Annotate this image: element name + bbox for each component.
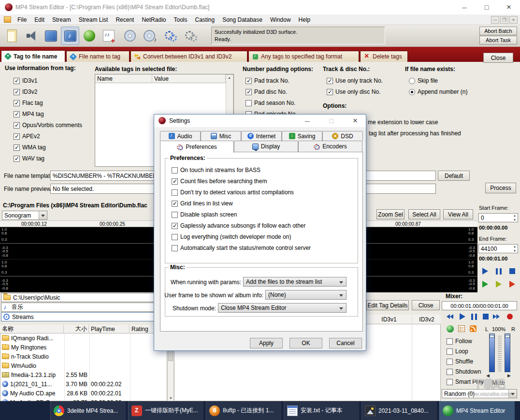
checkbox-log-everything[interactable]: Log everything (switch developer mode on… (172, 233, 291, 240)
column-header-name[interactable]: Name (95, 74, 152, 83)
checkbox-id3v2[interactable]: ID3v2 (14, 88, 37, 95)
checkbox-pad-disc[interactable]: Pad disc No. (246, 88, 287, 95)
menu-edit[interactable]: Edit (30, 14, 48, 25)
column-header-size[interactable]: 大小 (64, 325, 89, 333)
file-row[interactable]: My Audio CD.ape28.6 KB00:00:22.01 (0, 389, 166, 398)
balance-right-arrow[interactable]: ▶ (507, 373, 511, 378)
new-stream-icon[interactable] (3, 27, 21, 45)
zoom-sel-button[interactable]: Zoom Sel (376, 209, 404, 219)
process-button[interactable]: Process (485, 183, 516, 193)
browser-streams-row[interactable]: Streams ▲▼ (1, 312, 166, 321)
tab-encoders[interactable]: Encoders (298, 141, 362, 152)
cancel-button[interactable]: Cancel (329, 338, 362, 348)
checkbox-wav-tag[interactable]: WAV tag (14, 155, 44, 162)
menu-stream[interactable]: Stream (48, 14, 75, 25)
record-button[interactable] (505, 312, 515, 321)
checkbox-follow[interactable]: Follow (447, 338, 472, 345)
mixer-play-button[interactable] (457, 312, 468, 321)
checkbox-shutdown[interactable]: Shutdown (447, 368, 481, 375)
play-loop-button[interactable] (493, 279, 505, 289)
mixer-stop-button[interactable] (480, 312, 491, 321)
file-row[interactable]: n-Track Studio (0, 352, 166, 361)
dialog-maximize-button[interactable] (323, 114, 340, 128)
tab-saving[interactable]: Saving (282, 131, 322, 141)
taskbar-item-notepad[interactable]: 安装.txt - 记事本 (284, 401, 359, 420)
file-row[interactable]: My Ringtones (0, 343, 166, 352)
menu-window[interactable]: Window (266, 14, 295, 25)
tab-any-tags-to-format[interactable]: Any tags to specified tag format (248, 51, 359, 62)
column-header-id3v2[interactable]: ID3v2 (412, 316, 442, 323)
menu-casting[interactable]: Casting (191, 14, 218, 25)
tab-internet[interactable]: Internet (241, 131, 282, 141)
play-selection-button[interactable] (479, 279, 491, 289)
tab-dsd[interactable]: DSD (322, 131, 363, 141)
playlist-grid-button[interactable] (457, 324, 466, 333)
checkbox-detect-compilations[interactable]: Don't try to detect various artist compi… (172, 189, 294, 196)
checkbox-smart-play[interactable]: Smart Play (447, 378, 484, 385)
mdi-minimize-button[interactable]: — (491, 16, 499, 24)
taskbar-item-8uftp[interactable]: 8uftp - 已连接到 1... (206, 401, 281, 420)
checkbox-flac-tag[interactable]: Flac tag (14, 100, 43, 106)
menu-help[interactable]: Help (295, 14, 315, 25)
checkbox-auto-start-server[interactable]: Automatically start the status/remote co… (172, 245, 311, 251)
user-frame-combo[interactable]: (None) (265, 290, 347, 300)
menu-recent[interactable]: Recent (112, 14, 138, 25)
checkbox-disable-splash[interactable]: Disable splash screen (172, 211, 237, 218)
sonogram-combo[interactable]: Sonogram (2, 211, 47, 220)
tab-display[interactable]: Display (234, 141, 298, 152)
mixer-pause-button[interactable] (469, 312, 479, 321)
stop-button[interactable] (506, 266, 518, 276)
checkbox-gapless-advance[interactable]: Gaplessly advance subsongs if follow eac… (172, 222, 305, 229)
menu-netradio[interactable]: NetRadio (138, 14, 170, 25)
checkbox-on-touch-init[interactable]: On touch init streams for BASS (172, 167, 260, 174)
panel-close-button[interactable]: Close (483, 53, 513, 63)
tab-audio[interactable]: Audio (160, 131, 201, 141)
browser-path-row[interactable]: C:\Users\pc\Music (1, 293, 166, 302)
dialog-close-button[interactable] (347, 114, 364, 128)
window-minimize-button[interactable] (453, 0, 476, 14)
stream-list-icon[interactable] (42, 27, 60, 45)
radio-skip-file[interactable]: Skip file (409, 77, 438, 84)
speaker-icon[interactable] (22, 27, 41, 45)
cd-icon[interactable] (121, 27, 139, 45)
tag-editor-icon[interactable] (61, 27, 79, 45)
browser-music-row[interactable]: 音乐 ▼ (1, 303, 166, 312)
right-volume-slider[interactable] (505, 333, 510, 372)
checkbox-pad-track[interactable]: Pad track No. (246, 77, 289, 84)
apply-button[interactable]: Apply (250, 338, 283, 348)
random-combo[interactable]: Random (0) (442, 389, 517, 398)
menu-tools[interactable]: Tools (170, 14, 191, 25)
abort-batch-button[interactable]: Abort Batch (479, 27, 517, 35)
checkbox-loop[interactable]: Loop (447, 348, 468, 355)
casting-icon[interactable] (80, 27, 99, 45)
end-frame-spinner[interactable]: 44100 (478, 244, 518, 253)
params-combo[interactable]: Add the files to the stream list (243, 277, 347, 287)
tab-tag-to-file-name[interactable]: Tag to file name (1, 50, 65, 62)
checkbox-wma-tag[interactable]: WMA tag (14, 144, 46, 151)
file-row[interactable]: WmAudio (0, 361, 166, 370)
column-header-value[interactable]: Value (152, 74, 226, 83)
tab-file-name-to-tag[interactable]: File name to tag (66, 51, 130, 62)
mdi-restore-button[interactable]: ❐ (500, 16, 508, 24)
rss-button[interactable] (469, 324, 477, 333)
file-row[interactable]: fmedia-1.23.1.zip2.55 MB (0, 370, 166, 379)
column-header-name[interactable]: 名称 (0, 325, 64, 333)
menu-file[interactable]: File (14, 14, 30, 25)
shutdown-mode-combo[interactable]: Close MP4 Stream Editor (218, 303, 347, 313)
fast-forward-button[interactable] (491, 312, 502, 321)
edit-tag-details-button[interactable]: Edit Tag Details (366, 300, 409, 310)
tab-delete-tags[interactable]: Delete tags (360, 51, 408, 62)
menu-song-database[interactable]: Song Database (218, 14, 266, 25)
tab-convert-id3v1-id3v2[interactable]: Convert between ID3v1 and ID3v2 (130, 51, 247, 62)
play-from-cursor-button[interactable] (506, 279, 518, 289)
checkbox-count-files[interactable]: Count files before searching them (172, 178, 267, 185)
settings-tools-icon[interactable] (182, 27, 200, 45)
balance-left-arrow[interactable]: ◀ (486, 373, 490, 378)
view-all-button[interactable]: View All (443, 209, 473, 219)
taskbar-item-3delite[interactable]: 3delite MP4 Strea... (50, 401, 126, 420)
play-button[interactable] (479, 266, 491, 276)
netcast-button[interactable] (446, 324, 454, 333)
checkbox-mp4-tag[interactable]: MP4 tag (14, 111, 44, 117)
taskbar-item-image[interactable]: 2021-03-11_0840... (361, 401, 437, 420)
playlist-add-icon[interactable] (100, 27, 118, 45)
